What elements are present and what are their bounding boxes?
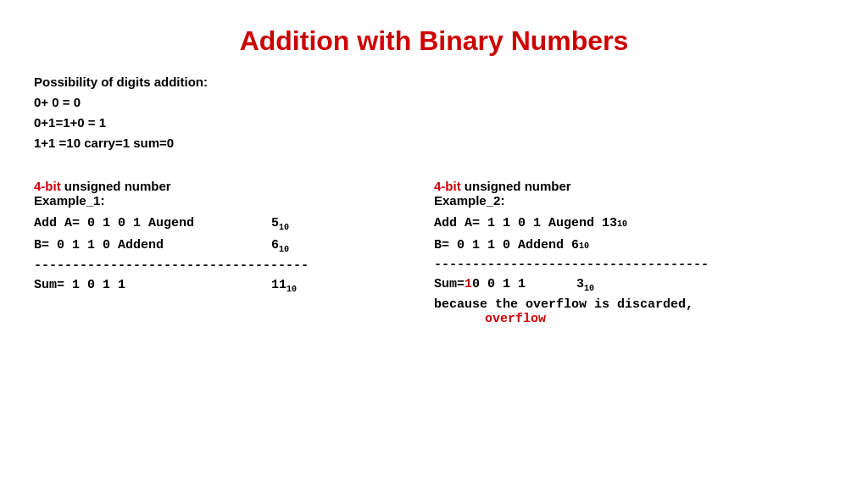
example2-sum-prefix: Sum= — [434, 274, 465, 296]
example2-divider: ------------------------------------ — [434, 258, 834, 272]
example1-addB-row: B= 0 1 1 0 Addend 610 — [34, 235, 434, 257]
example2-addB-sub: 10 — [579, 239, 589, 253]
example2-bit-label: 4-bit — [434, 179, 461, 193]
example1-addB-value: 610 — [271, 235, 314, 257]
example2-col: 4-bit unsigned number Example_2: Add A= … — [434, 179, 834, 326]
example1-addA-value: 510 — [271, 213, 314, 235]
rule1: 0+ 0 = 0 — [34, 92, 834, 113]
example1-divider: ------------------------------------ — [34, 258, 434, 273]
example1-label: Example_1: — [34, 193, 434, 208]
example1-bit-label: 4-bit — [34, 179, 61, 193]
example2-sum-value: 310 — [576, 274, 594, 296]
rule3: 1+1 =10 carry=1 sum=0 — [34, 133, 834, 153]
example1-bit-heading: 4-bit unsigned number — [34, 179, 434, 193]
example2-addB-row: B= 0 1 1 0 Addend 610 — [434, 235, 834, 257]
example2-label: Example_2: — [434, 193, 834, 208]
rule2: 0+1=1+0 = 1 — [34, 113, 834, 133]
example1-sum-value: 1110 — [271, 274, 314, 297]
example1-addB-label: B= 0 1 1 0 Addend — [34, 235, 271, 257]
example1-addA-label: Add A= 0 1 0 1 Augend — [34, 213, 271, 235]
page: Addition with Binary Numbers Possibility… — [0, 0, 868, 488]
example1-col: 4-bit unsigned number Example_1: Add A= … — [34, 179, 434, 326]
example1-addA-row: Add A= 0 1 0 1 Augend 510 — [34, 213, 434, 235]
example2-addA-sub: 10 — [617, 217, 627, 231]
page-title: Addition with Binary Numbers — [34, 25, 834, 57]
example2-bit-heading: 4-bit unsigned number — [434, 179, 834, 193]
possibilities-section: Possibility of digits addition: 0+ 0 = 0… — [34, 72, 834, 153]
example1-sum-row: Sum= 1 0 1 1 1110 — [34, 274, 434, 297]
example2-overflow-digit: 1 — [465, 274, 472, 296]
possibility-heading: Possibility of digits addition: — [34, 72, 834, 92]
example2-sum-row: Sum= 1 0 0 1 1 310 — [434, 274, 834, 296]
examples-row: 4-bit unsigned number Example_1: Add A= … — [34, 179, 834, 326]
example2-sum-rest: 0 0 1 1 — [472, 274, 526, 296]
example2-addA-row: Add A= 1 1 0 1 Augend 1310 — [434, 213, 834, 235]
example2-overflow-section: because the overflow is discarded, overf… — [434, 297, 834, 326]
example2-addB-label: B= 0 1 1 0 Addend 6 — [434, 235, 579, 257]
example2-overflow-word: overflow — [485, 312, 834, 326]
example1-sum-label: Sum= 1 0 1 1 — [34, 274, 271, 297]
example2-overflow-line1: because the overflow is discarded, — [434, 297, 834, 312]
example1-bit-rest: unsigned number — [61, 179, 171, 193]
example2-table: Add A= 1 1 0 1 Augend 1310 B= 0 1 1 0 Ad… — [434, 213, 834, 326]
example2-addA-label: Add A= 1 1 0 1 Augend 13 — [434, 213, 617, 235]
example2-bit-rest: unsigned number — [461, 179, 571, 193]
example1-table: Add A= 0 1 0 1 Augend 510 B= 0 1 1 0 Add… — [34, 213, 434, 297]
